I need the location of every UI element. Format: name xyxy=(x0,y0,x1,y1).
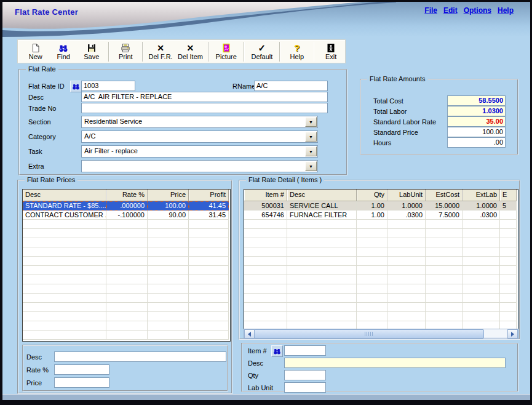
column-header[interactable]: Desc xyxy=(23,190,106,201)
column-header[interactable]: EstCost xyxy=(426,190,463,201)
price-editor-desc-field[interactable] xyxy=(54,351,226,362)
column-header[interactable]: LabUnit xyxy=(387,190,426,201)
empty-row xyxy=(23,284,230,294)
price-editor-desc-label: Desc xyxy=(26,353,42,361)
column-header[interactable]: Rate % xyxy=(106,190,148,201)
cell xyxy=(500,211,517,220)
item-number-field[interactable] xyxy=(284,345,326,356)
empty-row xyxy=(244,294,518,303)
item-lab-unit-field[interactable] xyxy=(284,382,326,393)
section-dropdown[interactable]: Residential Service ▼ xyxy=(81,116,318,128)
extra-dropdown[interactable]: ▼ xyxy=(81,160,318,172)
chevron-down-icon[interactable]: ▼ xyxy=(305,132,317,142)
cell: 1.0000 xyxy=(463,201,500,211)
menu-item-file[interactable]: File xyxy=(424,6,437,15)
toolbar-separator xyxy=(142,42,143,62)
column-header[interactable]: Item # xyxy=(244,190,287,201)
scrollbar-track[interactable] xyxy=(483,329,508,337)
empty-row xyxy=(244,275,518,284)
flat-rate-id-lookup-button[interactable] xyxy=(70,81,82,92)
empty-row xyxy=(23,229,230,238)
scrollbar-thumb[interactable] xyxy=(254,329,484,339)
scroll-right-button[interactable] xyxy=(507,329,518,339)
table-row[interactable]: 500031SERVICE CALL1.001.000015.00001.000… xyxy=(244,201,518,211)
total-cost-field[interactable]: 58.5500 xyxy=(447,95,506,106)
print-button[interactable]: Print xyxy=(112,41,140,63)
menu-item-options[interactable]: Options xyxy=(464,6,491,15)
binoculars-icon xyxy=(72,82,80,90)
delete-item-button[interactable]: ✕ Del Item xyxy=(175,41,205,63)
save-button[interactable]: Save xyxy=(77,41,106,63)
selected-value: Air Filter - replace xyxy=(84,147,305,154)
standard-labor-rate-field[interactable]: 35.00 xyxy=(447,116,506,127)
picture-button[interactable]: Picture xyxy=(212,41,241,63)
toolbar: New Find Save Print ✕ Del F.R. ✕ Del Ite… xyxy=(17,39,346,63)
trade-no-field[interactable] xyxy=(81,103,328,113)
price-editor-price-field[interactable] xyxy=(54,377,109,388)
scroll-left-button[interactable] xyxy=(244,329,255,339)
menu-item-help[interactable]: Help xyxy=(498,6,514,15)
category-dropdown[interactable]: A/C ▼ xyxy=(81,130,318,143)
exit-button[interactable]: Exit xyxy=(317,41,345,63)
window-border xyxy=(0,0,532,2)
column-header[interactable]: Desc xyxy=(287,190,357,201)
cell: 90.00 xyxy=(148,211,189,220)
empty-row xyxy=(244,220,518,229)
window-bottom-band xyxy=(2,394,530,400)
column-header[interactable]: E xyxy=(500,190,517,201)
empty-row xyxy=(244,229,518,238)
column-header[interactable]: ExtLab xyxy=(463,190,500,201)
group-label: Flat Rate Prices xyxy=(25,176,77,183)
column-header[interactable]: Qty xyxy=(357,190,387,201)
rname-label: RName xyxy=(232,82,255,90)
new-button[interactable]: New xyxy=(22,41,50,63)
cell: FURNACE FILTER xyxy=(287,211,357,220)
flat-rate-id-label: Flat Rate ID xyxy=(28,82,65,90)
total-labor-field[interactable]: 1.0300 xyxy=(447,106,506,116)
chevron-down-icon[interactable]: ▼ xyxy=(305,146,317,156)
binoculars-icon xyxy=(273,347,281,355)
rname-field[interactable]: A/C xyxy=(254,81,328,91)
button-label: Find xyxy=(57,54,70,60)
table-row[interactable]: STANDARD RATE - $85.....000000100.0041.4… xyxy=(23,201,230,211)
help-button[interactable]: ? Help xyxy=(283,41,311,63)
standard-price-label: Standard Price xyxy=(373,129,418,136)
detail-horizontal-scrollbar[interactable] xyxy=(244,329,518,339)
table-row[interactable]: CONTRACT CUSTOMER ...-.10000090.0031.45 xyxy=(23,211,230,220)
price-editor-rate-field[interactable] xyxy=(54,364,109,375)
delete-flat-rate-button[interactable]: ✕ Del F.R. xyxy=(146,41,175,63)
menu-item-edit[interactable]: Edit xyxy=(443,6,458,15)
chevron-down-icon[interactable]: ▼ xyxy=(305,117,317,127)
item-desc-field[interactable] xyxy=(284,358,506,368)
toolbar-separator xyxy=(314,42,315,62)
hours-label: Hours xyxy=(373,139,391,146)
flat-rate-center-window: Flat Rate Center File Edit Options Help … xyxy=(0,0,532,405)
page-title: Flat Rate Center xyxy=(15,7,78,17)
empty-row xyxy=(23,247,230,257)
chevron-down-icon[interactable]: ▼ xyxy=(305,161,317,171)
cell: -.100000 xyxy=(106,211,148,220)
section-label: Section xyxy=(28,118,51,126)
flat-rate-id-field[interactable]: 1003 xyxy=(81,81,135,91)
empty-row xyxy=(23,220,230,229)
empty-row xyxy=(244,238,518,247)
desc-field[interactable]: A/C AIR FILTER - REPLACE xyxy=(81,92,328,102)
cell: STANDARD RATE - $85.... xyxy=(23,201,106,211)
default-button[interactable]: ✓ Default xyxy=(247,41,277,63)
hours-field[interactable]: .00 xyxy=(447,137,506,148)
find-button[interactable]: Find xyxy=(50,41,78,63)
standard-price-field[interactable]: 100.00 xyxy=(447,127,506,137)
window-border xyxy=(0,0,2,405)
cell: 1.00 xyxy=(357,211,387,220)
desc-label: Desc xyxy=(28,94,44,101)
column-header[interactable]: Profit xyxy=(189,190,229,201)
question-mark-icon: ? xyxy=(294,43,300,53)
column-header[interactable]: Price xyxy=(148,190,189,201)
task-dropdown[interactable]: Air Filter - replace ▼ xyxy=(81,145,318,158)
table-row[interactable]: 654746FURNACE FILTER1.00.03007.5000.0300 xyxy=(244,211,518,220)
selected-value: A/C xyxy=(84,132,305,140)
item-qty-field[interactable] xyxy=(284,370,326,380)
empty-row xyxy=(23,266,230,275)
item-lookup-button[interactable] xyxy=(271,345,283,357)
exit-person-icon xyxy=(326,43,336,53)
